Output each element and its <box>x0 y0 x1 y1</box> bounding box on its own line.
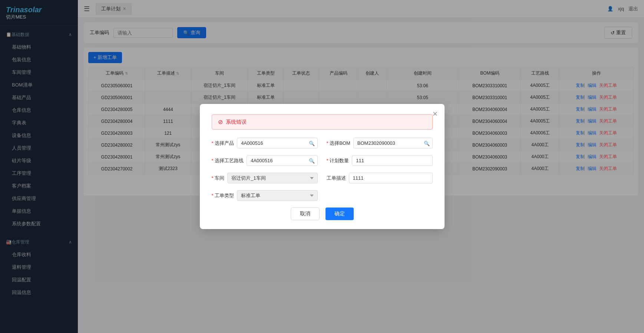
product-input[interactable] <box>237 138 317 148</box>
form-row-1: 选择产品 🔍 选择BOM 🔍 <box>212 138 433 148</box>
form-row-2: 选择工艺路线 🔍 计划数量 <box>212 155 433 166</box>
modal-close-button[interactable]: ✕ <box>432 110 438 118</box>
process-search-icon[interactable]: 🔍 <box>309 158 315 163</box>
modal-footer: 取消 确定 <box>212 208 433 220</box>
order-type-label: 工单类型 <box>212 192 234 199</box>
bom-input-wrapper: 🔍 <box>353 138 433 148</box>
field-process: 选择工艺路线 🔍 <box>212 155 318 166</box>
cancel-button[interactable]: 取消 <box>291 208 320 220</box>
error-alert: ⊘ 系统错误 <box>212 114 433 130</box>
workshop-label: 车间 <box>212 175 225 182</box>
form-row-4: 工单类型 标准工单 <box>212 190 433 201</box>
workshop-select[interactable]: 宿迁切片_1车间 <box>227 173 317 183</box>
plan-qty-label: 计划数量 <box>327 157 349 164</box>
confirm-button[interactable]: 确定 <box>326 208 354 220</box>
order-desc-label: 工单描述 <box>327 175 346 182</box>
field-product: 选择产品 🔍 <box>212 138 318 148</box>
bom-input[interactable] <box>353 138 433 148</box>
field-order-type: 工单类型 标准工单 <box>212 190 318 201</box>
product-search-icon[interactable]: 🔍 <box>309 140 315 146</box>
work-order-modal: ⊘ 系统错误 ✕ 选择产品 🔍 选择BOM 🔍 <box>200 104 445 229</box>
process-label: 选择工艺路线 <box>212 157 244 164</box>
field-order-desc: 工单描述 <box>327 173 433 183</box>
product-input-wrapper: 🔍 <box>237 138 317 148</box>
field-bom: 选择BOM 🔍 <box>327 138 433 148</box>
error-message: 系统错误 <box>226 119 247 125</box>
process-input-wrapper: 🔍 <box>247 155 317 166</box>
field-placeholder <box>327 190 433 201</box>
order-desc-input[interactable] <box>349 173 433 183</box>
modal-overlay: ⊘ 系统错误 ✕ 选择产品 🔍 选择BOM 🔍 <box>0 0 644 333</box>
bom-search-icon[interactable]: 🔍 <box>424 140 430 146</box>
field-workshop: 车间 宿迁切片_1车间 <box>212 173 318 183</box>
plan-qty-input[interactable] <box>352 155 432 166</box>
bom-label: 选择BOM <box>327 140 350 147</box>
error-icon: ⊘ <box>218 118 223 125</box>
product-label: 选择产品 <box>212 140 234 147</box>
order-type-select[interactable]: 标准工单 <box>237 190 317 201</box>
form-row-3: 车间 宿迁切片_1车间 工单描述 <box>212 173 433 183</box>
process-input[interactable] <box>247 155 317 166</box>
field-plan-qty: 计划数量 <box>327 155 433 166</box>
